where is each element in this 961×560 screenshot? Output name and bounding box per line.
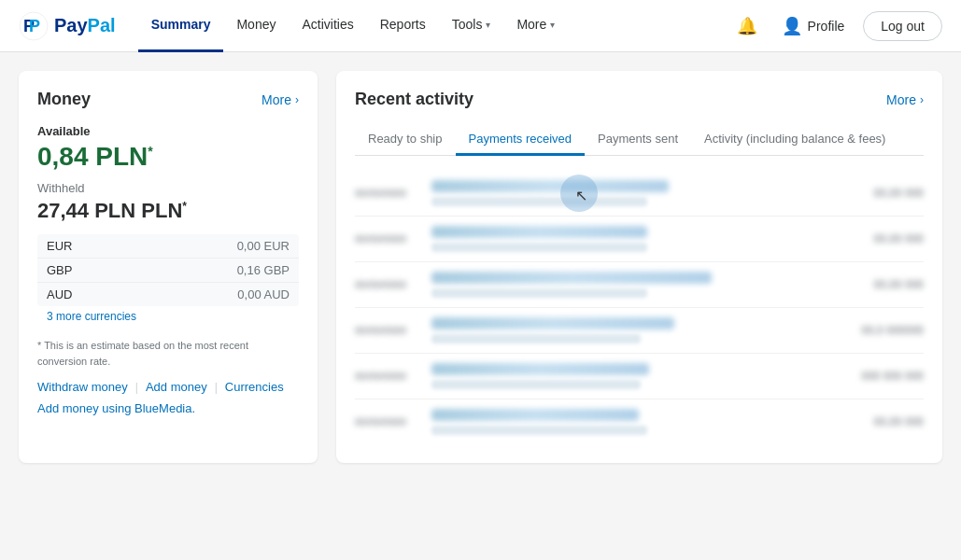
row-date: 00/00/0000 — [355, 416, 420, 427]
row-subtitle — [431, 426, 647, 435]
row-date: 00/00/0000 — [355, 233, 420, 245]
nav-item-money[interactable]: Money — [223, 0, 289, 52]
disclaimer-text: * This is an estimate based on the most … — [37, 338, 299, 369]
currency-amount: 0,00 AUD — [137, 283, 299, 307]
activity-row[interactable]: 00/00/0000 00,0 000000 — [355, 308, 924, 354]
row-title — [431, 272, 712, 284]
row-info — [431, 363, 850, 389]
currency-code: AUD — [37, 283, 137, 307]
add-money-link[interactable]: Add money — [146, 380, 207, 394]
main-nav: Summary Money Activities Reports Tools ▾… — [138, 0, 731, 52]
activity-row[interactable]: 00/00/0000 00,00 000 — [355, 217, 924, 262]
more-chevron-icon: ▾ — [550, 20, 555, 30]
nav-item-tools[interactable]: Tools ▾ — [439, 0, 504, 52]
row-info — [431, 317, 850, 343]
tab-payments-sent[interactable]: Payments sent — [585, 124, 691, 156]
money-panel-title: Money — [37, 90, 91, 109]
withdraw-money-link[interactable]: Withdraw money — [37, 380, 128, 394]
nav-item-more[interactable]: More ▾ — [503, 0, 568, 52]
profile-button[interactable]: 👤 Profile — [774, 10, 853, 42]
row-date: 00/00/0000 — [355, 279, 420, 290]
tab-activity-all[interactable]: Activity (including balance & fees) — [691, 124, 898, 156]
available-label: Available — [37, 124, 299, 138]
paypal-logo-icon: P P — [19, 11, 49, 41]
currency-code: GBP — [37, 259, 137, 283]
row-subtitle — [431, 243, 647, 252]
row-title — [431, 409, 639, 421]
paypal-wordmark: PayPal — [54, 15, 116, 36]
currency-row: AUD0,00 AUD — [37, 283, 299, 307]
row-amount: 00,00 000 — [874, 232, 924, 245]
row-amount: 000 000 000 — [861, 370, 924, 383]
activity-row[interactable]: 00/00/0000 000 000 000 — [355, 354, 924, 399]
tab-payments-received[interactable]: Payments received — [456, 124, 586, 156]
activity-more-link[interactable]: More › — [886, 92, 924, 107]
currency-amount: 0,00 EUR — [137, 234, 299, 259]
row-info — [431, 226, 863, 252]
tools-chevron-icon: ▾ — [486, 20, 490, 30]
notifications-button[interactable]: 🔔 — [731, 10, 763, 42]
activity-panel-title: Recent activity — [355, 90, 473, 109]
header-right: 🔔 👤 Profile Log out — [731, 10, 942, 42]
bluemedia-link[interactable]: Add money using BlueMedia. — [37, 401, 299, 415]
currency-table: EUR0,00 EURGBP0,16 GBPAUD0,00 AUD — [37, 234, 299, 306]
withheld-label: Withheld — [37, 181, 299, 195]
more-currencies-link[interactable]: 3 more currencies — [37, 306, 299, 327]
currencies-link[interactable]: Currencies — [225, 380, 284, 394]
row-subtitle — [431, 334, 641, 343]
row-title — [431, 180, 669, 192]
tab-ready-to-ship[interactable]: Ready to ship — [355, 124, 456, 156]
activity-row[interactable]: 00/00/0000 00,00 000 — [355, 262, 924, 308]
row-amount: 00,00 000 — [874, 278, 924, 291]
nav-item-reports[interactable]: Reports — [367, 0, 439, 52]
activity-more-arrow-icon: › — [920, 93, 924, 106]
money-panel: Money More › Available 0,84 PLN* Withhel… — [19, 71, 318, 463]
main-content: Money More › Available 0,84 PLN* Withhel… — [0, 52, 961, 482]
activity-panel: Recent activity More › Ready to ship Pay… — [336, 71, 942, 463]
separator-1: | — [135, 381, 138, 394]
header: P P PayPal Summary Money Activities Repo… — [0, 0, 961, 52]
money-more-link[interactable]: More › — [261, 92, 299, 107]
row-date: 00/00/0000 — [355, 371, 420, 382]
row-amount: 00,00 000 — [874, 415, 924, 428]
logo[interactable]: P P PayPal — [19, 11, 116, 41]
activity-row[interactable]: 00/00/0000 00,00 000 ↖ — [355, 171, 924, 217]
activity-rows-container: 00/00/0000 00,00 000 ↖ 00/00/0000 00,00 … — [355, 171, 924, 444]
action-links: Withdraw money | Add money | Currencies — [37, 380, 299, 394]
row-date: 00/00/0000 — [355, 188, 420, 199]
row-title — [431, 363, 649, 375]
currency-row: EUR0,00 EUR — [37, 234, 299, 259]
withheld-amount: 27,44 PLN PLN* — [37, 199, 299, 223]
activity-tabs: Ready to ship Payments received Payments… — [355, 124, 924, 156]
svg-text:P: P — [29, 17, 40, 35]
currency-row: GBP0,16 GBP — [37, 259, 299, 283]
row-date: 00/00/0000 — [355, 325, 420, 336]
row-amount: 00,00 000 — [874, 187, 924, 200]
row-title — [431, 317, 674, 329]
balance-amount: 0,84 PLN* — [37, 142, 299, 172]
row-subtitle — [431, 380, 641, 389]
row-amount: 00,0 000000 — [861, 324, 924, 337]
row-info — [431, 409, 863, 435]
bell-icon: 🔔 — [737, 17, 757, 35]
row-info — [431, 180, 863, 206]
nav-item-summary[interactable]: Summary — [138, 0, 224, 52]
nav-item-activities[interactable]: Activities — [289, 0, 366, 52]
activity-row[interactable]: 00/00/0000 00,00 000 — [355, 399, 924, 444]
person-icon: 👤 — [782, 16, 802, 36]
row-title — [431, 226, 647, 238]
activity-panel-header: Recent activity More › — [355, 90, 924, 109]
row-subtitle — [431, 197, 647, 206]
row-subtitle — [431, 288, 647, 298]
currency-amount: 0,16 GBP — [137, 259, 299, 283]
money-more-arrow-icon: › — [295, 93, 299, 106]
logout-button[interactable]: Log out — [863, 11, 942, 41]
currency-code: EUR — [37, 234, 137, 259]
separator-2: | — [215, 381, 218, 394]
row-info — [431, 272, 863, 298]
money-panel-header: Money More › — [37, 90, 299, 109]
